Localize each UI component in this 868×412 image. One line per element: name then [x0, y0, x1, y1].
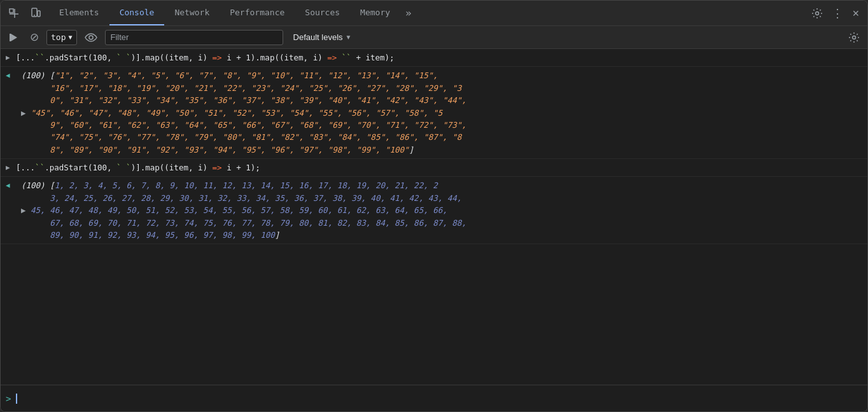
- log-levels-dropdown[interactable]: Default levels ▼: [288, 31, 357, 43]
- close-icon[interactable]: ✕: [850, 6, 862, 21]
- eye-icon[interactable]: [82, 31, 100, 45]
- devtools-window: Elements Console Network Performance Sou…: [0, 0, 868, 412]
- svg-rect-4: [38, 11, 40, 17]
- input-arrow-2[interactable]: ▶: [6, 162, 10, 173]
- output-arrow-1: ◀: [6, 70, 10, 81]
- context-label: top: [51, 32, 66, 42]
- device-icon[interactable]: [27, 5, 44, 22]
- console-entry-input-2: ▶ [...``.padStart(100, ` `)].map((item, …: [1, 159, 867, 177]
- inspect-icon[interactable]: [6, 5, 22, 22]
- console-entry-output-2: ◀ (100) [1, 2, 3, 4, 5, 6, 7, 8, 9, 10, …: [1, 177, 867, 244]
- tab-performance[interactable]: Performance: [220, 1, 295, 25]
- svg-point-6: [816, 11, 819, 15]
- context-selector[interactable]: top ▼: [46, 30, 77, 45]
- more-icon[interactable]: ⋮: [829, 4, 846, 23]
- context-dropdown-arrow: ▼: [68, 34, 72, 41]
- console-input-bar[interactable]: >: [1, 385, 867, 411]
- input-text-2: [...``.padStart(100, ` `)].map((item, i)…: [16, 163, 260, 172]
- svg-rect-0: [10, 9, 13, 13]
- console-cursor: [16, 394, 22, 404]
- console-entry-output-1: ◀ (100) ["1", "2", "3", "4", "5", "6", "…: [1, 67, 867, 159]
- svg-point-10: [853, 36, 856, 39]
- input-arrow-1[interactable]: ▶: [6, 52, 10, 63]
- tab-memory[interactable]: Memory: [350, 1, 400, 25]
- console-output[interactable]: ▶ [...``.padStart(100, ` `)].map((item, …: [1, 49, 867, 385]
- tab-console[interactable]: Console: [109, 1, 165, 25]
- tab-network[interactable]: Network: [164, 1, 220, 25]
- settings-icon[interactable]: [809, 5, 825, 22]
- svg-marker-7: [11, 34, 17, 41]
- console-settings-icon[interactable]: [846, 29, 862, 46]
- levels-label: Default levels: [293, 32, 343, 42]
- tab-elements[interactable]: Elements: [49, 1, 109, 25]
- input-text-1: [...``.padStart(100, ` `)].map((item, i)…: [16, 53, 395, 62]
- tabs: Elements Console Network Performance Sou…: [49, 1, 809, 25]
- tab-right-icons: ⋮ ✕: [809, 4, 862, 23]
- levels-dropdown-arrow: ▼: [346, 34, 352, 41]
- tab-icons: [6, 5, 44, 22]
- tab-bar: Elements Console Network Performance Sou…: [1, 1, 867, 26]
- run-script-icon[interactable]: [6, 29, 22, 46]
- clear-console-icon[interactable]: ⊘: [27, 28, 41, 46]
- tab-sources[interactable]: Sources: [295, 1, 350, 25]
- tab-overflow-icon[interactable]: »: [400, 4, 417, 22]
- output-arrow-2: ◀: [6, 180, 10, 191]
- svg-point-9: [89, 36, 93, 39]
- input-prompt-icon: >: [6, 394, 11, 404]
- toolbar: ⊘ top ▼ Default levels ▼: [1, 26, 867, 49]
- console-entry-input-1: ▶ [...``.padStart(100, ` `)].map((item, …: [1, 49, 867, 67]
- filter-input[interactable]: [105, 30, 283, 45]
